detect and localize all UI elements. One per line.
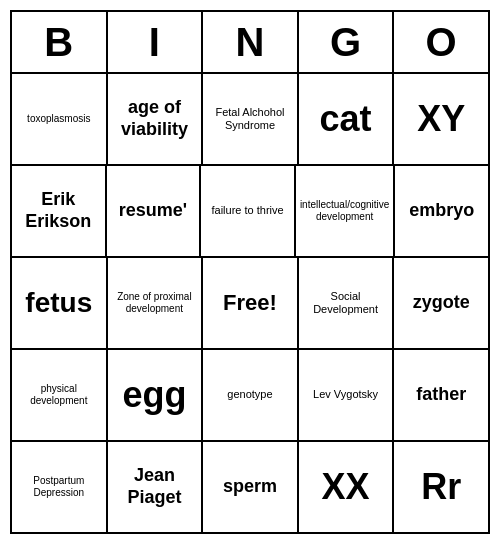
- bingo-row: Postpartum DepressionJean PiagetspermXXR…: [12, 442, 488, 532]
- bingo-cell: Erik Erikson: [12, 166, 107, 256]
- bingo-cell: Rr: [394, 442, 488, 532]
- bingo-cell: intellectual/cognitive development: [296, 166, 396, 256]
- bingo-cell: Lev Vygotsky: [299, 350, 395, 440]
- bingo-cell: embryo: [395, 166, 488, 256]
- bingo-cell: failure to thrive: [201, 166, 296, 256]
- bingo-cell: resume': [107, 166, 202, 256]
- header-letter: G: [299, 12, 395, 72]
- bingo-cell: genotype: [203, 350, 299, 440]
- header-letter: N: [203, 12, 299, 72]
- bingo-row: fetusZone of proximal developmentFree!So…: [12, 258, 488, 350]
- bingo-cell: zygote: [394, 258, 488, 348]
- bingo-cell: Free!: [203, 258, 299, 348]
- bingo-cell: physical development: [12, 350, 108, 440]
- header-letter: B: [12, 12, 108, 72]
- bingo-cell: fetus: [12, 258, 108, 348]
- bingo-cell: father: [394, 350, 488, 440]
- bingo-cell: toxoplasmosis: [12, 74, 108, 164]
- bingo-cell: sperm: [203, 442, 299, 532]
- bingo-cell: cat: [299, 74, 395, 164]
- bingo-row: physical developmentegggenotypeLev Vygot…: [12, 350, 488, 442]
- bingo-body: toxoplasmosisage of viabilityFetal Alcho…: [12, 74, 488, 532]
- bingo-card: BINGO toxoplasmosisage of viabilityFetal…: [10, 10, 490, 534]
- bingo-cell: Jean Piaget: [108, 442, 204, 532]
- bingo-row: Erik Eriksonresume'failure to thriveinte…: [12, 166, 488, 258]
- bingo-cell: Postpartum Depression: [12, 442, 108, 532]
- header-letter: O: [394, 12, 488, 72]
- bingo-cell: Social Development: [299, 258, 395, 348]
- header-letter: I: [108, 12, 204, 72]
- bingo-row: toxoplasmosisage of viabilityFetal Alcho…: [12, 74, 488, 166]
- bingo-cell: XY: [394, 74, 488, 164]
- bingo-cell: egg: [108, 350, 204, 440]
- bingo-header: BINGO: [12, 12, 488, 74]
- bingo-cell: Zone of proximal development: [108, 258, 204, 348]
- bingo-cell: Fetal Alchohol Syndrome: [203, 74, 299, 164]
- bingo-cell: age of viability: [108, 74, 204, 164]
- bingo-cell: XX: [299, 442, 395, 532]
